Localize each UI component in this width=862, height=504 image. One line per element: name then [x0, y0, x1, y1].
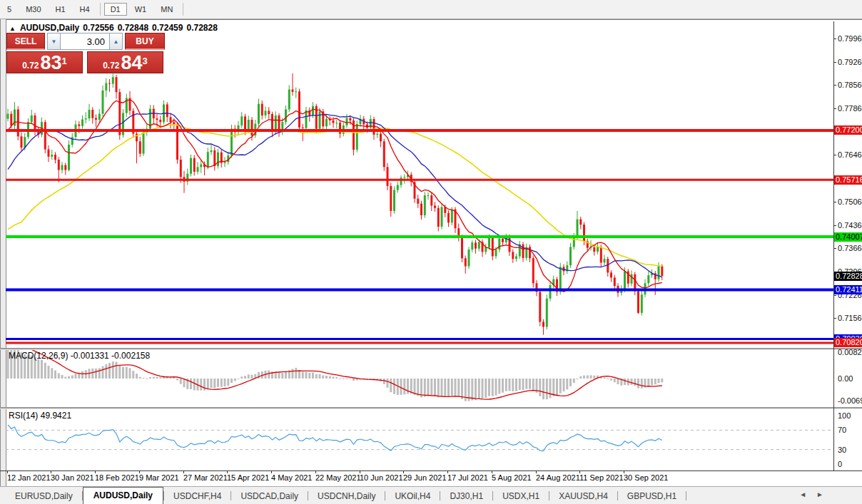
buy-price-display[interactable]: 0.72 84 3 — [87, 51, 163, 73]
ohlc-close: 0.72828 — [186, 23, 217, 33]
price-tick-label: 0.76460 — [838, 150, 862, 159]
sell-price-main: 83 — [41, 54, 62, 71]
volume-spinner: ▼ 3.00 ▲ — [47, 33, 123, 50]
tab-UKOil,H4[interactable]: UKOil,H4 — [385, 488, 440, 504]
volume-decrease-icon[interactable]: ▼ — [47, 33, 61, 50]
price-tag-0.77200: 0.77200 — [833, 125, 862, 135]
sell-price-prefix: 0.72 — [22, 61, 39, 71]
buy-price-pip: 3 — [143, 52, 148, 71]
tab-EURUSD,Daily[interactable]: EURUSD,Daily — [6, 488, 82, 504]
timeframe-button-W1[interactable]: W1 — [128, 3, 153, 16]
date-label: 27 Mar 2021 — [183, 473, 228, 482]
date-label: 30 Jan 2021 — [51, 473, 94, 482]
chart-tabs: EURUSD,DailyAUDUSD,DailyUSDCHF,H4USDCAD,… — [6, 487, 686, 504]
price-tick-label: 0.75060 — [838, 197, 862, 206]
buy-price-main: 84 — [121, 54, 143, 71]
chart-tab-bar: EURUSD,DailyAUDUSD,DailyUSDCHF,H4USDCAD,… — [0, 486, 862, 504]
collapse-panel-icon[interactable]: ▲ — [9, 25, 16, 32]
tab-USDCAD,Daily[interactable]: USDCAD,Daily — [231, 488, 308, 504]
rsi-value: 49.9421 — [41, 411, 71, 421]
macd-axis-label: 0.008253 — [838, 348, 862, 356]
tab-scroll-left-icon[interactable]: ◄ — [799, 490, 816, 498]
timeframe-button-D1[interactable]: D1 — [104, 3, 127, 16]
ohlc-low: 0.72459 — [152, 23, 183, 33]
mt4-terminal: 5M30H1H4D1W1MN ▲AUDUSD,Daily0.725560.728… — [0, 0, 862, 504]
date-label: 18 Feb 2021 — [95, 473, 139, 482]
date-label: 29 Jun 2021 — [403, 473, 447, 482]
macd-axis-label: 0.00 — [838, 374, 853, 383]
rsi-axis-label: 30 — [838, 446, 846, 454]
price-tick-label: 0.74360 — [838, 221, 862, 230]
tab-GBPUSD,H1[interactable]: GBPUSD,H1 — [618, 488, 686, 504]
sell-button[interactable]: SELL — [6, 33, 45, 50]
axis-separator-line — [833, 21, 834, 470]
tab-USDCNH,Daily[interactable]: USDCNH,Daily — [308, 488, 385, 504]
ohlc-open: 0.72556 — [83, 23, 113, 33]
date-label: 24 Aug 2021 — [536, 473, 580, 482]
price-tick-label: 0.71560 — [838, 314, 862, 322]
date-label: 22 May 2021 — [315, 473, 361, 482]
date-label: 5 Aug 2021 — [492, 473, 532, 482]
macd-signal-value: -0.002158 — [111, 351, 150, 361]
macd-label: MACD(12,26,9) -0.001331 -0.002158 — [9, 351, 150, 361]
toolbar-separator — [183, 3, 183, 16]
date-label: 30 Sep 2021 — [624, 473, 668, 482]
tab-USDX,H1[interactable]: USDX,H1 — [493, 488, 549, 504]
date-axis-line — [0, 470, 862, 471]
date-label: 12 Jan 2021 — [7, 473, 51, 482]
rsi-label: RSI(14) 49.9421 — [9, 411, 71, 421]
date-label: 15 Apr 2021 — [227, 473, 269, 482]
tab-USDCHF,H4[interactable]: USDCHF,H4 — [164, 488, 230, 504]
buy-button[interactable]: BUY — [125, 33, 165, 50]
toolbar-separator — [100, 3, 101, 16]
price-tag-0.72828: 0.72828 — [833, 272, 862, 281]
date-label: 10 Jun 2021 — [360, 473, 403, 482]
tab-separator — [686, 491, 686, 500]
one-click-trading-panel: SELL ▼ 3.00 ▲ BUY 0.72 83 1 0.72 84 3 — [6, 33, 165, 73]
price-tick-label: 0.77860 — [838, 104, 862, 113]
rsi-axis-label: 100 — [838, 411, 851, 420]
tab-scroll-right-icon[interactable]: ► — [816, 490, 833, 498]
timeframe-button-H1[interactable]: H1 — [49, 3, 72, 16]
buy-price-prefix: 0.72 — [103, 61, 119, 71]
sell-price-pip: 1 — [62, 52, 67, 71]
price-tag-0.74007: 0.74007 — [833, 232, 862, 242]
macd-value: -0.001331 — [71, 351, 109, 361]
timeframe-button-H4[interactable]: H4 — [73, 3, 96, 16]
timeframe-button-MN[interactable]: MN — [154, 3, 179, 16]
price-tag-0.72411: 0.72411 — [833, 285, 862, 294]
date-label: 11 Sep 2021 — [579, 473, 624, 482]
ohlc-high: 0.72848 — [118, 23, 148, 33]
rsi-axis-label: 70 — [838, 426, 846, 434]
tab-XAUUSD,H4[interactable]: XAUUSD,H4 — [549, 488, 617, 504]
chart-header: ▲AUDUSD,Daily0.725560.728480.724590.7282… — [9, 23, 221, 33]
macd-name: MACD — [9, 351, 34, 361]
sell-price-display[interactable]: 0.72 83 1 — [6, 51, 83, 73]
date-label: 4 May 2021 — [271, 473, 312, 482]
volume-increase-icon[interactable]: ▲ — [109, 33, 123, 50]
price-tag-0.75716: 0.75716 — [833, 175, 862, 185]
tab-AUDUSD,Daily[interactable]: AUDUSD,Daily — [83, 487, 163, 504]
rsi-params: (14) — [23, 411, 38, 421]
price-tick-label: 0.73660 — [838, 244, 862, 252]
macd-pane-separator[interactable] — [0, 348, 862, 350]
tab-DJ30,H1[interactable]: DJ30,H1 — [440, 488, 492, 504]
rsi-pane[interactable] — [6, 408, 833, 470]
price-tick-label: 0.79260 — [838, 58, 862, 66]
rsi-name: RSI — [9, 411, 23, 421]
timeframe-toolbar: 5M30H1H4D1W1MN — [0, 0, 862, 19]
price-tick-label: 0.79960 — [838, 34, 862, 43]
timeframe-button-M30[interactable]: M30 — [19, 3, 47, 16]
macd-axis-label: -0.006987 — [838, 396, 862, 405]
volume-input[interactable]: 3.00 — [61, 33, 109, 50]
date-label: 9 Mar 2021 — [139, 473, 179, 482]
symbol-period-label: AUDUSD,Daily — [20, 23, 79, 33]
macd-params: (12,26,9) — [34, 351, 68, 361]
price-tick-label: 0.78560 — [838, 81, 862, 89]
rsi-pane-separator[interactable] — [0, 407, 862, 409]
timeframe-button-5[interactable]: 5 — [1, 3, 18, 16]
date-label: 17 Jul 2021 — [447, 473, 488, 482]
price-tag-0.70820: 0.70820 — [833, 338, 862, 347]
rsi-axis-label: 0 — [838, 460, 842, 468]
tab-scroll-arrows: ◄► — [799, 490, 833, 498]
